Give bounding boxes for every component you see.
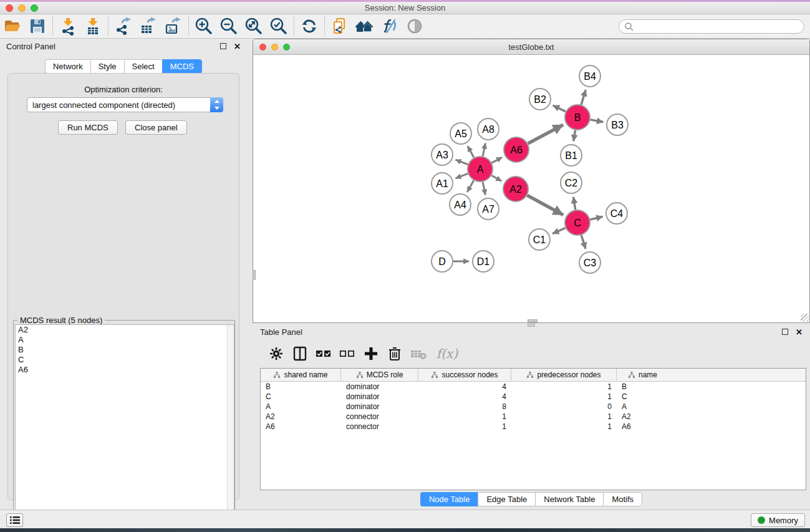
network-window-controls[interactable] <box>259 44 290 51</box>
apply-layout-button[interactable] <box>297 16 322 37</box>
graph-node-D1[interactable]: D1 <box>473 251 494 272</box>
export-image-button[interactable] <box>161 16 186 37</box>
zoom-fit-button[interactable] <box>241 16 266 37</box>
mcds-result-item[interactable]: C <box>16 355 234 365</box>
import-network-button[interactable] <box>55 16 80 37</box>
export-table-button[interactable] <box>136 16 161 37</box>
show-columns-button[interactable] <box>290 344 310 364</box>
zoom-in-button[interactable] <box>191 16 216 37</box>
criterion-dropdown[interactable]: largest connected component (directed) <box>27 97 223 112</box>
table-row[interactable]: Adominator80A <box>261 402 806 412</box>
graph-edge-A-A8[interactable] <box>483 143 485 157</box>
graph-node-A6[interactable]: A6 <box>504 137 529 162</box>
graph-edge-A-A2[interactable] <box>491 175 501 181</box>
column-header-shared-name[interactable]: shared name <box>261 369 341 381</box>
horizontal-scroll-thumb[interactable] <box>528 319 538 322</box>
select-all-columns-button[interactable] <box>314 344 334 364</box>
delete-table-button[interactable] <box>408 344 428 364</box>
graph-node-B[interactable]: B <box>565 105 590 130</box>
save-session-button[interactable] <box>25 16 50 37</box>
clone-network-button[interactable] <box>327 16 352 37</box>
scrollbar[interactable] <box>227 325 234 530</box>
zoom-window-button[interactable] <box>283 44 290 51</box>
mcds-result-item[interactable]: A <box>16 335 234 345</box>
column-header-MCDS-role[interactable]: MCDS role <box>341 369 418 381</box>
graph-node-C[interactable]: C <box>565 210 590 235</box>
table-row[interactable]: A6connector11A6 <box>261 422 806 432</box>
graph-edge-B-B3[interactable] <box>591 120 604 122</box>
graph-edge-A-A4[interactable] <box>467 180 473 192</box>
resize-grip-icon[interactable] <box>801 314 809 322</box>
tab-node-table[interactable]: Node Table <box>420 492 478 506</box>
create-column-button[interactable] <box>361 344 381 364</box>
close-panel-button[interactable]: Close panel <box>125 120 187 135</box>
graph-node-B2[interactable]: B2 <box>529 89 551 110</box>
graph-edge-A-A6[interactable] <box>492 157 503 163</box>
graph-edge-A2-C[interactable] <box>527 195 563 215</box>
graph-edge-B-B4[interactable] <box>581 90 586 105</box>
mcds-result-list[interactable]: A2ABCA6 <box>15 324 234 530</box>
mcds-result-item[interactable]: A2 <box>16 325 234 335</box>
network-canvas[interactable]: AA1A2A3A4A5A6A7A8BB1B2B3B4CC1C2C3C4DD1 <box>253 56 809 322</box>
graph-edge-C-C4[interactable] <box>590 216 602 220</box>
graph-node-A8[interactable]: A8 <box>478 118 499 140</box>
float-panel-icon[interactable] <box>220 43 226 49</box>
table-row[interactable]: Cdominator41C <box>261 392 806 402</box>
delete-column-button[interactable] <box>385 344 405 364</box>
graph-node-C3[interactable]: C3 <box>579 252 600 273</box>
tab-network[interactable]: Network <box>45 59 90 74</box>
table-settings-button[interactable] <box>266 344 286 364</box>
graph-edge-A-A7[interactable] <box>483 182 485 195</box>
task-history-button[interactable] <box>6 513 23 527</box>
function-builder-button[interactable]: f(x) <box>432 344 462 364</box>
network-window-titlebar[interactable]: testGlobe.txt <box>253 39 809 55</box>
graph-node-C4[interactable]: C4 <box>606 203 627 224</box>
mcds-result-item[interactable]: B <box>16 345 234 355</box>
graph-node-B4[interactable]: B4 <box>579 65 600 87</box>
tab-motifs[interactable]: Motifs <box>603 492 642 506</box>
graph-node-A5[interactable]: A5 <box>450 123 471 144</box>
tab-mcds[interactable]: MCDS <box>162 59 202 74</box>
export-network-button[interactable] <box>111 16 136 37</box>
run-mcds-button[interactable]: Run MCDS <box>58 120 118 135</box>
close-panel-icon[interactable]: ✕ <box>796 327 803 337</box>
search-input[interactable] <box>634 20 804 33</box>
graph-node-A3[interactable]: A3 <box>432 144 453 165</box>
close-window-button[interactable] <box>6 4 13 12</box>
graph-edge-A-A1[interactable] <box>456 173 468 178</box>
table-row[interactable]: A2connector11A2 <box>261 412 806 422</box>
graph-node-C1[interactable]: C1 <box>529 229 550 250</box>
search-box[interactable] <box>619 19 804 34</box>
eye-button[interactable] <box>402 16 427 37</box>
graph-node-A1[interactable]: A1 <box>432 173 453 194</box>
graph-edge-A-A5[interactable] <box>468 146 474 157</box>
graph-node-A4[interactable]: A4 <box>450 194 471 215</box>
import-table-button[interactable] <box>80 16 105 37</box>
node-table[interactable]: shared nameMCDS rolesuccessor nodesprede… <box>260 368 806 490</box>
graph-node-D[interactable]: D <box>432 251 453 272</box>
graph-edge-C-C2[interactable] <box>574 197 576 210</box>
memory-button[interactable]: Memory <box>751 513 805 527</box>
minimize-window-button[interactable] <box>18 4 26 12</box>
graph-node-B3[interactable]: B3 <box>607 114 628 135</box>
minimize-window-button[interactable] <box>271 44 278 51</box>
column-header-successor-nodes[interactable]: successor nodes <box>418 369 511 381</box>
graph-edge-B-B1[interactable] <box>574 130 576 142</box>
graph-node-C2[interactable]: C2 <box>561 172 582 193</box>
zoom-window-button[interactable] <box>31 4 38 12</box>
table-row[interactable]: Bdominator41B <box>261 382 806 392</box>
tab-style[interactable]: Style <box>90 59 124 74</box>
graph-edge-B-B2[interactable] <box>553 105 566 112</box>
network-graph[interactable]: AA1A2A3A4A5A6A7A8BB1B2B3B4CC1C2C3C4DD1 <box>253 56 809 322</box>
column-header-name[interactable]: name <box>617 369 668 381</box>
column-header-predecessor-nodes[interactable]: predecessor nodes <box>511 369 617 381</box>
open-session-button[interactable] <box>0 16 25 37</box>
graph-node-A[interactable]: A <box>468 157 493 181</box>
close-window-button[interactable] <box>259 44 266 51</box>
window-controls[interactable] <box>6 4 38 12</box>
graph-edge-A6-B[interactable] <box>528 125 563 143</box>
home-button[interactable] <box>352 16 377 37</box>
zoom-selected-button[interactable] <box>266 16 291 37</box>
vertical-scroll-thumb[interactable] <box>253 270 256 280</box>
unselect-all-columns-button[interactable] <box>337 344 357 364</box>
